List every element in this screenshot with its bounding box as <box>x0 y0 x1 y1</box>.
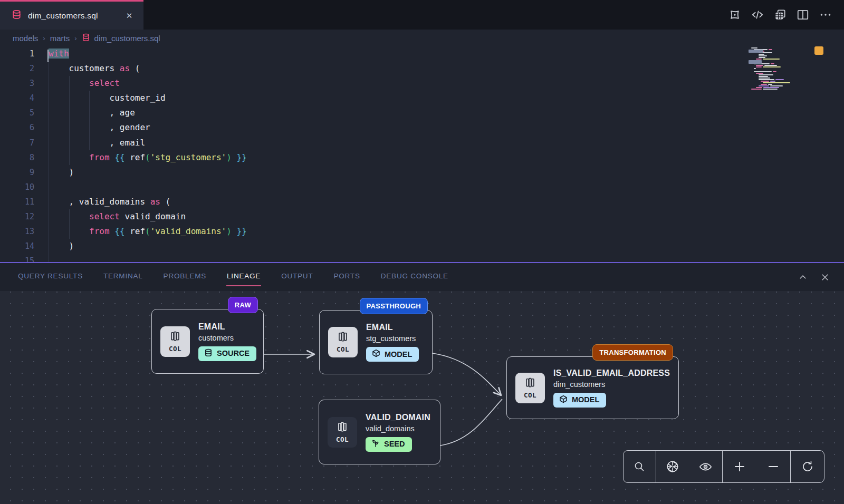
app-window: dim_customers.sql ✕ models›marts›dim_cus… <box>0 0 844 504</box>
node-title: EMAIL <box>198 322 256 332</box>
panel-tab-lineage[interactable]: LINEAGE <box>226 268 261 286</box>
breadcrumb-separator: › <box>74 34 76 42</box>
panel-tab-problems[interactable]: PROBLEMS <box>163 268 207 286</box>
code-line[interactable]: 8 from {{ ref('stg_customers') }} <box>0 150 844 165</box>
tab-dim-customers-sql[interactable]: dim_customers.sql ✕ <box>0 0 143 30</box>
code-line[interactable]: 4 customer_id <box>0 91 844 105</box>
toolbar-group <box>723 451 791 482</box>
breadcrumb-item-marts[interactable]: marts <box>50 34 70 43</box>
eye-icon[interactable] <box>691 451 721 482</box>
code-line[interactable]: 5 , age <box>0 105 844 120</box>
columns-icon <box>337 421 348 435</box>
line-number: 13 <box>0 224 34 239</box>
toolbar-group <box>791 451 824 482</box>
lineage-canvas[interactable]: RAW COL EMAIL customers SOURCE PASSTHROU… <box>0 291 844 504</box>
refresh-icon[interactable] <box>793 451 822 482</box>
code-line[interactable]: 2 customers as ( <box>0 61 844 76</box>
line-number: 4 <box>0 91 34 105</box>
line-number: 15 <box>0 254 34 262</box>
split-editor-icon[interactable] <box>796 8 810 22</box>
code-line[interactable]: 1with <box>0 46 844 61</box>
lineage-tag-raw: RAW <box>228 297 258 313</box>
code-line[interactable]: 7 , email <box>0 135 844 150</box>
column-tile-label: COL <box>336 435 349 443</box>
lineage-tag-transformation: TRANSFORMATION <box>592 344 673 361</box>
panel-header: QUERY RESULTSTERMINALPROBLEMSLINEAGEOUTP… <box>0 263 844 291</box>
column-tile[interactable]: COL <box>160 326 190 357</box>
node-title: VALID_DOMAIN <box>366 413 430 422</box>
database-icon <box>12 9 22 22</box>
code-line[interactable]: 10 <box>0 180 844 195</box>
code-line[interactable]: 6 , gender <box>0 120 844 135</box>
line-number: 6 <box>0 120 34 135</box>
line-number: 9 <box>0 165 34 180</box>
more-actions-icon[interactable] <box>819 8 832 22</box>
node-subtitle: stg_customers <box>366 334 419 343</box>
column-tile-label: COL <box>524 391 536 399</box>
cube-icon <box>372 349 380 359</box>
code-line[interactable]: 13 from {{ ref('valid_domains') }} <box>0 224 844 239</box>
tab-close-icon[interactable]: ✕ <box>123 10 135 22</box>
column-tile-label: COL <box>337 345 349 353</box>
search-icon[interactable] <box>625 451 654 482</box>
lineage-node-dim_customers[interactable]: TRANSFORMATION COL IS_VALID_EMAIL_ADDRES… <box>506 356 679 419</box>
breadcrumb-item-file[interactable]: dim_customers.sql <box>82 33 160 43</box>
materialization-badge-model: MODEL <box>553 393 606 408</box>
toolbar-group <box>624 451 656 482</box>
code-line[interactable]: 3 select <box>0 76 844 91</box>
panel-tab-query-results[interactable]: QUERY RESULTS <box>17 268 83 286</box>
code-line[interactable]: 15 <box>0 254 844 262</box>
breadcrumb-separator: › <box>43 34 45 42</box>
query-results-icon[interactable] <box>773 8 787 22</box>
code-line[interactable]: 11 , valid_domains as ( <box>0 195 844 209</box>
aperture-icon[interactable] <box>658 451 687 482</box>
code-editor[interactable]: 1with2 customers as (3 select4 customer_… <box>0 46 844 262</box>
panel-tab-output[interactable]: OUTPUT <box>281 268 313 286</box>
line-number: 11 <box>0 195 34 209</box>
editor-actions <box>728 0 844 30</box>
column-tile[interactable]: COL <box>328 327 358 357</box>
toolbar-group <box>656 451 723 482</box>
cube-icon <box>559 395 568 405</box>
indent-guide <box>49 180 49 195</box>
close-icon[interactable] <box>818 270 832 285</box>
columns-icon <box>524 377 536 391</box>
node-title: EMAIL <box>366 323 419 332</box>
node-subtitle: customers <box>198 334 256 342</box>
line-number: 7 <box>0 135 34 150</box>
lineage-node-stg_customers[interactable]: PASSTHROUGH COL EMAIL stg_customers MODE… <box>319 310 433 374</box>
code-line[interactable]: 14 ) <box>0 239 844 254</box>
database-icon <box>204 348 213 358</box>
overview-ruler-marker <box>814 46 823 55</box>
dbt-icon[interactable] <box>728 8 742 22</box>
line-number: 5 <box>0 105 34 120</box>
zoom-in-icon[interactable] <box>725 451 754 482</box>
panel-tab-terminal[interactable]: TERMINAL <box>103 268 143 286</box>
minimap[interactable] <box>751 47 808 137</box>
editor-tab-bar: dim_customers.sql ✕ <box>0 0 844 30</box>
chevron-up-icon[interactable] <box>795 270 810 285</box>
column-tile[interactable]: COL <box>515 373 545 403</box>
column-tile[interactable]: COL <box>328 417 357 448</box>
text-cursor <box>47 50 49 62</box>
seedling-icon <box>371 439 380 449</box>
line-number: 14 <box>0 239 34 254</box>
line-number: 10 <box>0 180 34 195</box>
zoom-out-icon[interactable] <box>759 451 788 482</box>
lineage-toolbar <box>623 450 824 483</box>
node-subtitle: valid_domains <box>366 424 430 433</box>
indent-guide <box>49 254 49 262</box>
node-title: IS_VALID_EMAIL_ADDRESS <box>553 369 670 378</box>
code-line[interactable]: 9 ) <box>0 165 844 180</box>
node-subtitle: dim_customers <box>553 380 670 389</box>
panel-tab-debug-console[interactable]: DEBUG CONSOLE <box>380 268 449 286</box>
lineage-node-valid_domains[interactable]: COL VALID_DOMAIN valid_domains SEED <box>319 400 440 464</box>
panel-actions <box>795 270 844 285</box>
lineage-node-customers[interactable]: RAW COL EMAIL customers SOURCE <box>151 309 264 374</box>
code-icon[interactable] <box>751 8 764 22</box>
panel-tab-ports[interactable]: PORTS <box>333 268 360 286</box>
code-line[interactable]: 12 select valid_domain <box>0 209 844 224</box>
breadcrumb-item-models[interactable]: models <box>13 34 38 43</box>
line-number: 8 <box>0 150 34 165</box>
columns-icon <box>169 331 181 344</box>
